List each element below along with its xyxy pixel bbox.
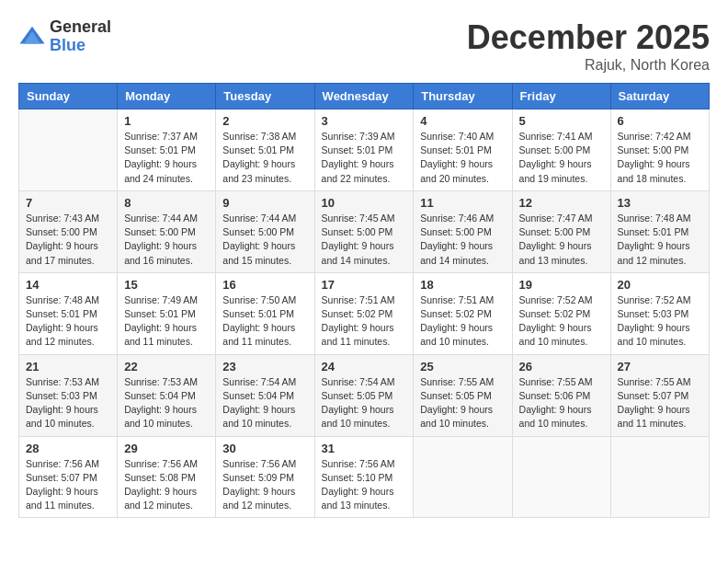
table-row: 4 Sunrise: 7:40 AMSunset: 5:01 PMDayligh… [414,109,512,191]
table-row: 25 Sunrise: 7:55 AMSunset: 5:05 PMDaylig… [414,354,512,436]
logo-icon [18,23,46,51]
table-row: 3 Sunrise: 7:39 AMSunset: 5:01 PMDayligh… [314,109,414,191]
day-number: 8 [124,196,209,210]
day-info: Sunrise: 7:52 AMSunset: 5:03 PMDaylight:… [618,294,691,348]
header-friday: Friday [512,84,610,109]
month-title: December 2025 [467,18,710,57]
day-info: Sunrise: 7:50 AMSunset: 5:01 PMDaylight:… [222,294,296,348]
day-info: Sunrise: 7:39 AMSunset: 5:01 PMDaylight:… [322,131,395,184]
day-info: Sunrise: 7:53 AMSunset: 5:03 PMDaylight:… [26,376,99,430]
day-info: Sunrise: 7:56 AMSunset: 5:10 PMDaylight:… [322,458,395,511]
day-number: 6 [618,114,702,128]
day-info: Sunrise: 7:40 AMSunset: 5:01 PMDaylight:… [420,131,494,184]
day-number: 1 [124,114,209,128]
calendar-week-row: 7 Sunrise: 7:43 AMSunset: 5:00 PMDayligh… [19,190,710,272]
table-row: 26 Sunrise: 7:55 AMSunset: 5:06 PMDaylig… [512,354,610,436]
table-row: 17 Sunrise: 7:51 AMSunset: 5:02 PMDaylig… [314,272,414,354]
day-number: 28 [26,442,110,455]
table-row: 15 Sunrise: 7:49 AMSunset: 5:01 PMDaylig… [118,272,216,354]
day-number: 25 [420,360,505,373]
header-sunday: Sunday [19,84,118,109]
day-number: 16 [222,278,307,292]
day-number: 29 [124,442,209,455]
table-row: 28 Sunrise: 7:56 AMSunset: 5:07 PMDaylig… [19,436,118,518]
calendar-week-row: 14 Sunrise: 7:48 AMSunset: 5:01 PMDaylig… [19,272,710,354]
logo-text: General Blue [50,18,111,55]
day-number: 10 [322,196,407,210]
page-header: General Blue December 2025 Rajuk, North … [18,18,710,74]
table-row: 6 Sunrise: 7:42 AMSunset: 5:00 PMDayligh… [610,109,709,191]
day-number: 13 [618,196,702,210]
day-info: Sunrise: 7:54 AMSunset: 5:05 PMDaylight:… [322,376,395,430]
table-row: 8 Sunrise: 7:44 AMSunset: 5:00 PMDayligh… [118,190,216,272]
table-row: 24 Sunrise: 7:54 AMSunset: 5:05 PMDaylig… [314,354,414,436]
table-row: 14 Sunrise: 7:48 AMSunset: 5:01 PMDaylig… [19,272,118,354]
table-row: 12 Sunrise: 7:47 AMSunset: 5:00 PMDaylig… [512,190,610,272]
day-number: 4 [420,114,505,128]
table-row: 29 Sunrise: 7:56 AMSunset: 5:08 PMDaylig… [118,436,216,518]
day-info: Sunrise: 7:47 AMSunset: 5:00 PMDaylight:… [519,213,593,266]
calendar-week-row: 21 Sunrise: 7:53 AMSunset: 5:03 PMDaylig… [19,354,710,436]
day-number: 17 [322,278,407,292]
day-info: Sunrise: 7:55 AMSunset: 5:05 PMDaylight:… [420,376,494,430]
table-row: 2 Sunrise: 7:38 AMSunset: 5:01 PMDayligh… [216,109,314,191]
day-info: Sunrise: 7:55 AMSunset: 5:06 PMDaylight:… [519,376,593,430]
day-info: Sunrise: 7:56 AMSunset: 5:07 PMDaylight:… [26,458,99,511]
day-number: 26 [519,360,604,373]
title-area: December 2025 Rajuk, North Korea [467,18,710,74]
day-info: Sunrise: 7:43 AMSunset: 5:00 PMDaylight:… [26,213,99,266]
table-row [414,436,512,518]
day-info: Sunrise: 7:48 AMSunset: 5:01 PMDaylight:… [26,294,99,348]
table-row [19,109,118,191]
table-row: 30 Sunrise: 7:56 AMSunset: 5:09 PMDaylig… [216,436,314,518]
day-info: Sunrise: 7:38 AMSunset: 5:01 PMDaylight:… [222,131,296,184]
day-number: 5 [519,114,604,128]
calendar-table: Sunday Monday Tuesday Wednesday Thursday… [18,83,710,518]
table-row: 10 Sunrise: 7:45 AMSunset: 5:00 PMDaylig… [314,190,414,272]
table-row [610,436,709,518]
day-info: Sunrise: 7:44 AMSunset: 5:00 PMDaylight:… [124,213,198,266]
day-number: 3 [322,114,407,128]
table-row: 20 Sunrise: 7:52 AMSunset: 5:03 PMDaylig… [610,272,709,354]
day-info: Sunrise: 7:44 AMSunset: 5:00 PMDaylight:… [222,213,296,266]
table-row: 13 Sunrise: 7:48 AMSunset: 5:01 PMDaylig… [610,190,709,272]
header-wednesday: Wednesday [314,84,414,109]
day-info: Sunrise: 7:41 AMSunset: 5:00 PMDaylight:… [519,131,593,184]
logo-general: General [50,18,111,37]
day-number: 30 [222,442,307,455]
day-info: Sunrise: 7:45 AMSunset: 5:00 PMDaylight:… [322,213,395,266]
day-number: 12 [519,196,604,210]
day-info: Sunrise: 7:54 AMSunset: 5:04 PMDaylight:… [222,376,296,430]
day-info: Sunrise: 7:49 AMSunset: 5:01 PMDaylight:… [124,294,198,348]
table-row: 16 Sunrise: 7:50 AMSunset: 5:01 PMDaylig… [216,272,314,354]
day-number: 9 [222,196,307,210]
header-thursday: Thursday [414,84,512,109]
calendar-week-row: 1 Sunrise: 7:37 AMSunset: 5:01 PMDayligh… [19,109,710,191]
table-row: 1 Sunrise: 7:37 AMSunset: 5:01 PMDayligh… [118,109,216,191]
day-info: Sunrise: 7:53 AMSunset: 5:04 PMDaylight:… [124,376,198,430]
header-tuesday: Tuesday [216,84,314,109]
table-row: 31 Sunrise: 7:56 AMSunset: 5:10 PMDaylig… [314,436,414,518]
table-row: 7 Sunrise: 7:43 AMSunset: 5:00 PMDayligh… [19,190,118,272]
header-saturday: Saturday [610,84,709,109]
logo: General Blue [18,18,111,55]
day-info: Sunrise: 7:37 AMSunset: 5:01 PMDaylight:… [124,131,198,184]
day-number: 19 [519,278,604,292]
day-info: Sunrise: 7:48 AMSunset: 5:01 PMDaylight:… [618,213,691,266]
table-row: 11 Sunrise: 7:46 AMSunset: 5:00 PMDaylig… [414,190,512,272]
day-info: Sunrise: 7:56 AMSunset: 5:08 PMDaylight:… [124,458,198,511]
day-number: 11 [420,196,505,210]
table-row: 5 Sunrise: 7:41 AMSunset: 5:00 PMDayligh… [512,109,610,191]
day-info: Sunrise: 7:55 AMSunset: 5:07 PMDaylight:… [618,376,691,430]
header-monday: Monday [118,84,216,109]
day-number: 18 [420,278,505,292]
day-number: 20 [618,278,702,292]
calendar-week-row: 28 Sunrise: 7:56 AMSunset: 5:07 PMDaylig… [19,436,710,518]
table-row: 22 Sunrise: 7:53 AMSunset: 5:04 PMDaylig… [118,354,216,436]
table-row [512,436,610,518]
day-number: 15 [124,278,209,292]
day-number: 31 [322,442,407,455]
day-info: Sunrise: 7:46 AMSunset: 5:00 PMDaylight:… [420,213,494,266]
day-number: 21 [26,360,110,373]
day-number: 24 [322,360,407,373]
